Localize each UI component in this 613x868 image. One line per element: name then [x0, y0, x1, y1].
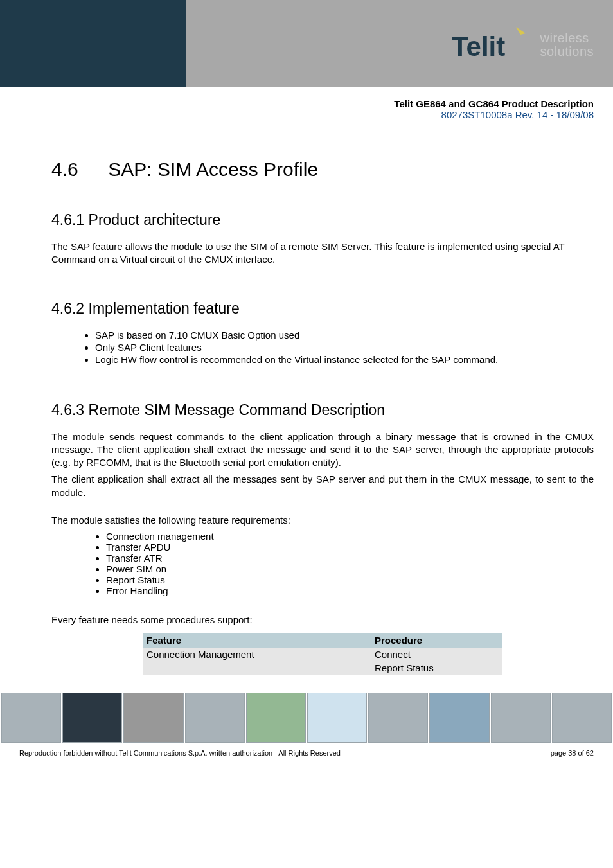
table-row: Connection Management Connect — [143, 648, 502, 661]
section-heading: 4.6 SAP: SIM Access Profile — [51, 159, 594, 181]
list-item: Report Status — [106, 574, 594, 585]
procedure-table: Feature Procedure Connection Management … — [143, 633, 502, 675]
list-item: Transfer APDU — [106, 542, 594, 553]
list-item: SAP is based on 7.10 CMUX Basic Option u… — [95, 329, 594, 341]
footer-thumb — [491, 693, 551, 743]
subsection-heading-463: 4.6.3 Remote SIM Message Command Descrip… — [51, 402, 594, 419]
feature-list: Connection management Transfer APDU Tran… — [106, 531, 594, 596]
paragraph: The client application shall extract all… — [51, 473, 594, 499]
telit-logo: Telit wireless solutions — [452, 27, 594, 62]
list-item: Connection management — [106, 531, 594, 542]
paragraph: The SAP feature allows the module to use… — [51, 240, 594, 267]
table-header-procedure: Procedure — [371, 633, 502, 648]
paragraph: The module sends request commands to the… — [51, 430, 594, 470]
footer-thumb — [1, 693, 61, 743]
page-content: 4.6 SAP: SIM Access Profile 4.6.1 Produc… — [0, 120, 613, 675]
document-meta: Telit GE864 and GC864 Product Descriptio… — [0, 87, 613, 120]
section-number: 4.6 — [51, 159, 103, 181]
subsection-heading-461: 4.6.1 Product architecture — [51, 211, 594, 229]
document-title: Telit GE864 and GC864 Product Descriptio… — [0, 98, 594, 109]
footer-thumb — [246, 693, 306, 743]
table-header-feature: Feature — [143, 633, 371, 648]
header-banner-left — [0, 0, 186, 87]
list-item: Transfer ATR — [106, 553, 594, 563]
svg-marker-0 — [516, 27, 526, 35]
footer-text: Reproduction forbidden without Telit Com… — [0, 743, 613, 770]
footer-image-strip — [0, 693, 613, 743]
section-title: SAP: SIM Access Profile — [108, 159, 318, 180]
list-item: Only SAP Client features — [95, 341, 594, 353]
list-item: Logic HW flow control is recommended on … — [95, 353, 594, 366]
footer-thumb — [552, 693, 612, 743]
table-header-row: Feature Procedure — [143, 633, 502, 648]
svg-text:Telit: Telit — [452, 31, 505, 62]
logo-tagline-line1: wireless — [540, 31, 594, 45]
header-banner: Telit wireless solutions — [0, 0, 613, 87]
subsection-heading-462: 4.6.2 Implementation feature — [51, 300, 594, 317]
footer-thumb — [307, 693, 367, 743]
implementation-list: SAP is based on 7.10 CMUX Basic Option u… — [95, 329, 594, 366]
logo-tagline-line2: solutions — [540, 45, 594, 58]
list-item: Power SIM on — [106, 563, 594, 574]
footer-thumb — [123, 693, 183, 743]
telit-logo-icon: Telit — [452, 27, 535, 62]
footer-thumb — [185, 693, 245, 743]
table-cell-feature: Connection Management — [143, 648, 371, 675]
document-revision: 80273ST10008a Rev. 14 - 18/09/08 — [0, 109, 594, 120]
footer-thumb — [368, 693, 428, 743]
logo-tagline: wireless solutions — [540, 31, 594, 58]
header-banner-right: Telit wireless solutions — [186, 0, 613, 87]
table-cell-procedure: Connect — [371, 648, 502, 661]
paragraph: Every feature needs some procedures supp… — [51, 614, 594, 626]
list-item: Error Handling — [106, 585, 594, 596]
paragraph: The module satisfies the following featu… — [51, 514, 594, 527]
table-cell-procedure: Report Status — [371, 661, 502, 675]
footer-page-number: page 38 of 62 — [551, 749, 594, 757]
footer-copyright: Reproduction forbidden without Telit Com… — [19, 749, 341, 757]
footer-thumb — [62, 693, 122, 743]
footer-thumb — [429, 693, 489, 743]
